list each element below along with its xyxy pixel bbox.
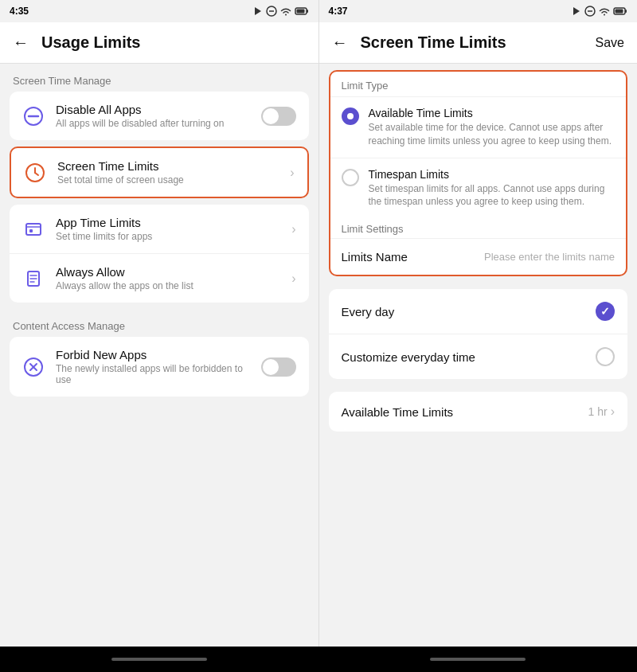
right-nav-pill[interactable]: [430, 658, 526, 661]
svg-rect-21: [29, 229, 33, 232]
disable-all-toggle[interactable]: [261, 107, 296, 126]
limits-name-placeholder: Please enter the limits name: [484, 251, 615, 263]
screen-time-text: Screen Time Limits Set total time of scr…: [57, 159, 279, 186]
limits-name-row[interactable]: Limits Name Please enter the limits name: [330, 238, 627, 275]
limit-settings-label: Limit Settings: [330, 218, 627, 238]
available-time-title: Available Time Limits: [369, 107, 616, 119]
disable-all-text: Disable All Apps All apps will be disabl…: [56, 103, 250, 129]
battery-icon: [295, 6, 309, 16]
battery-icon-r: [613, 6, 627, 16]
minus-circle-icon: [266, 6, 277, 17]
left-back-button[interactable]: ←: [13, 33, 29, 52]
forbid-text: Forbid New Apps The newly installed apps…: [56, 348, 250, 385]
avail-chevron: ›: [611, 404, 615, 419]
right-screen: ← Screen Time Limits Save Limit Type Ava…: [319, 22, 638, 647]
clock-icon: [24, 162, 46, 184]
left-nav-pill[interactable]: [111, 658, 207, 661]
svg-rect-12: [625, 10, 627, 13]
always-allow-subtitle: Always allow the apps on the list: [56, 280, 280, 291]
every-day-row[interactable]: Every day: [329, 289, 628, 334]
right-status-icons: [571, 6, 627, 17]
app-time-subtitle: Set time limits for apps: [56, 231, 280, 242]
right-screen-title: Screen Time Limits: [361, 33, 583, 52]
timespan-title: Timespan Limits: [369, 168, 616, 181]
left-status-bar: 4:35: [0, 0, 319, 22]
svg-rect-13: [616, 10, 623, 14]
play-icon-r: [571, 6, 582, 17]
always-allow-chevron: ›: [291, 272, 295, 286]
forbid-toggle[interactable]: [261, 357, 296, 377]
timespan-radio[interactable]: [342, 169, 359, 186]
screen-time-limits-row[interactable]: Screen Time Limits Set total time of scr…: [11, 148, 307, 197]
limit-type-box: Limit Type Available Time Limits Set ava…: [329, 70, 628, 276]
wifi-icon-r: [598, 6, 611, 17]
forbid-icon: [22, 356, 45, 378]
content-access-card: Forbid New Apps The newly installed apps…: [10, 337, 309, 397]
every-day-check[interactable]: [596, 302, 615, 321]
svg-marker-7: [573, 7, 580, 15]
minus-circle-icon-r: [584, 6, 596, 17]
every-day-label: Every day: [342, 305, 596, 318]
screen-time-title: Screen Time Limits: [57, 159, 279, 173]
app-time-limits-item[interactable]: App Time Limits Set time limits for apps…: [10, 205, 309, 254]
screen-time-limits-item[interactable]: Screen Time Limits Set total time of scr…: [10, 147, 309, 198]
disable-all-title: Disable All Apps: [56, 103, 250, 116]
right-app-bar: ← Screen Time Limits Save: [319, 22, 638, 64]
play-icon: [252, 6, 264, 17]
left-app-bar: ← Usage Limits: [0, 22, 318, 64]
customize-label: Customize everyday time: [342, 350, 596, 364]
avail-row[interactable]: Available Time Limits 1 hr ›: [329, 392, 628, 432]
right-status-bar: 4:37: [319, 0, 638, 22]
screen-time-subtitle: Set total time of screen usage: [57, 174, 279, 186]
left-screen: ← Usage Limits Screen Time Manage Disabl…: [0, 22, 319, 647]
svg-rect-19: [26, 224, 41, 235]
forbid-subtitle: The newly installed apps will be forbidd…: [56, 363, 250, 385]
limits-name-label: Limits Name: [342, 250, 408, 264]
svg-rect-5: [307, 10, 308, 13]
available-time-radio[interactable]: [342, 107, 359, 125]
timespan-option[interactable]: Timespan Limits Set timespan limits for …: [330, 158, 627, 219]
app-always-card: App Time Limits Set time limits for apps…: [10, 205, 309, 303]
app-time-title: App Time Limits: [56, 216, 280, 229]
available-time-subtitle: Set available time for the device. Canno…: [369, 121, 616, 148]
left-time: 4:35: [10, 6, 29, 17]
svg-point-10: [604, 14, 605, 16]
svg-point-3: [285, 14, 287, 16]
avail-time-card: Available Time Limits 1 hr ›: [329, 392, 628, 432]
wifi-icon: [279, 6, 292, 17]
svg-line-18: [35, 173, 38, 175]
avail-label: Available Time Limits: [342, 405, 588, 419]
bottom-nav-bar: [0, 647, 637, 672]
always-allow-title: Always Allow: [56, 265, 280, 279]
timespan-text: Timespan Limits Set timespan limits for …: [369, 168, 616, 209]
right-time: 4:37: [329, 6, 348, 17]
everyday-card: Every day Customize everyday time: [329, 289, 628, 379]
app-time-chevron: ›: [291, 222, 295, 236]
forbid-new-apps-item[interactable]: Forbid New Apps The newly installed apps…: [10, 337, 309, 397]
dual-status-bar: 4:35 4:37: [0, 0, 637, 22]
always-allow-icon: [22, 268, 45, 290]
save-button[interactable]: Save: [596, 36, 624, 50]
left-status-icons: [252, 6, 309, 17]
customize-row[interactable]: Customize everyday time: [329, 334, 628, 379]
disable-icon: [22, 105, 45, 127]
app-time-icon: [22, 218, 45, 240]
right-back-button[interactable]: ←: [332, 33, 348, 52]
screen-time-chevron: ›: [290, 166, 294, 180]
always-allow-text: Always Allow Always allow the apps on th…: [56, 265, 280, 291]
customize-check[interactable]: [596, 347, 615, 366]
available-time-text: Available Time Limits Set available time…: [369, 107, 616, 148]
disable-all-subtitle: All apps will be disabled after turning …: [56, 118, 250, 129]
limit-type-label: Limit Type: [330, 72, 627, 96]
screens-container: ← Usage Limits Screen Time Manage Disabl…: [0, 22, 637, 647]
disable-all-apps-item[interactable]: Disable All Apps All apps will be disabl…: [10, 92, 309, 140]
screen-time-manage-card: Disable All Apps All apps will be disabl…: [10, 92, 309, 140]
always-allow-item[interactable]: Always Allow Always allow the apps on th…: [10, 254, 309, 303]
svg-marker-0: [255, 7, 261, 15]
svg-rect-6: [296, 10, 304, 14]
timespan-subtitle: Set timespan limits for all apps. Cannot…: [369, 182, 616, 209]
avail-value: 1 hr: [588, 405, 608, 418]
content-access-label: Content Access Manage: [0, 309, 318, 337]
screen-time-manage-label: Screen Time Manage: [0, 64, 318, 92]
available-time-option[interactable]: Available Time Limits Set available time…: [330, 96, 627, 158]
